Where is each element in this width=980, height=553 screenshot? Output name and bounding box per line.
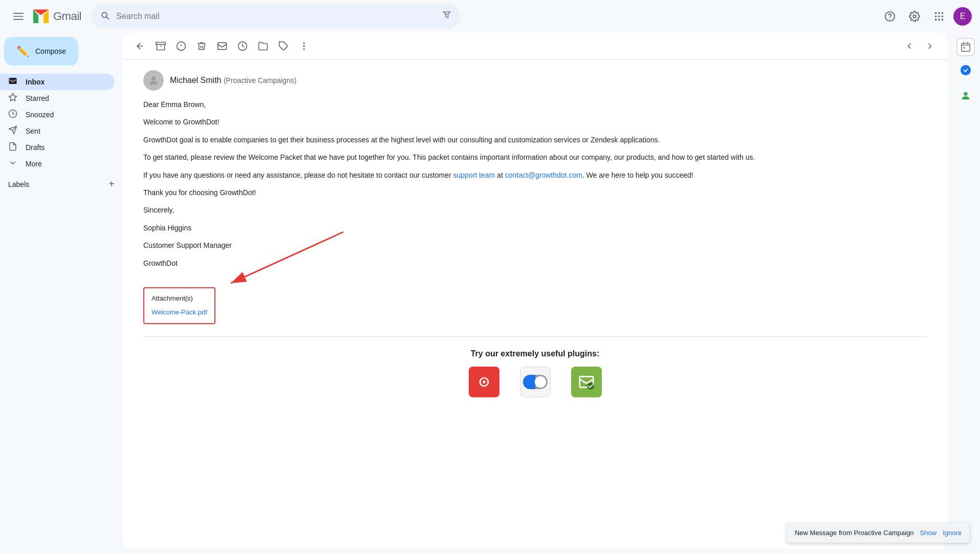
- more-label: More: [26, 160, 106, 168]
- support-team-link[interactable]: support team: [453, 171, 495, 179]
- sidebar-item-drafts[interactable]: Drafts: [0, 139, 115, 156]
- body-para3: To get started, please review the Welcom…: [143, 152, 927, 163]
- snoozed-label: Snoozed: [26, 111, 106, 119]
- search-bar[interactable]: [92, 4, 460, 29]
- top-right-actions: E: [880, 6, 972, 27]
- plugins-grid: [143, 367, 927, 397]
- svg-point-28: [483, 380, 485, 383]
- inbox-icon: [8, 76, 17, 88]
- email-content: Michael Smith (Proactive Campaigns) Dear…: [123, 60, 947, 549]
- svg-point-23: [303, 48, 304, 50]
- signature-title: Customer Support Manager: [143, 240, 927, 251]
- svg-point-21: [303, 42, 304, 44]
- body-para4-prefix: If you have any questions or need any as…: [143, 171, 453, 179]
- body-para4: If you have any questions or need any as…: [143, 169, 927, 181]
- notification-show-link[interactable]: Show: [920, 529, 937, 537]
- more-chevron-icon: [8, 158, 17, 170]
- email-header: Michael Smith (Proactive Campaigns): [143, 70, 927, 91]
- svg-point-7: [942, 12, 944, 14]
- attachment-link[interactable]: Welcome-Pack.pdf: [151, 308, 207, 316]
- labels-section: Labels +: [0, 172, 123, 192]
- app-title: Gmail: [53, 10, 81, 23]
- contacts-icon: [960, 90, 971, 103]
- sender-avatar: [143, 70, 164, 91]
- sidebar-item-starred[interactable]: Starred: [0, 90, 115, 107]
- sender-org: (Proactive Campaigns): [224, 76, 296, 84]
- prev-email-button[interactable]: [900, 37, 919, 55]
- toggle-switch-icon: [523, 375, 548, 389]
- filter-icon[interactable]: [442, 10, 452, 23]
- svg-point-31: [535, 376, 546, 388]
- svg-point-10: [942, 15, 944, 17]
- attachment-label: Attachment(s): [151, 293, 207, 304]
- body-para2: GrowthDot goal is to enable companies to…: [143, 134, 927, 145]
- sincerely: Sincerely,: [143, 204, 927, 216]
- hamburger-menu[interactable]: [8, 6, 29, 27]
- plugins-section: Try our extremely useful plugins:: [143, 349, 927, 408]
- apps-button[interactable]: [929, 6, 949, 27]
- plugin-icon-1[interactable]: [469, 367, 499, 397]
- contacts-widget-button[interactable]: [955, 86, 976, 107]
- settings-button[interactable]: [904, 6, 925, 27]
- sidebar-item-more[interactable]: More: [0, 156, 115, 172]
- notification-text: New Message from Proactive Campaign: [795, 529, 914, 537]
- search-icon: [100, 10, 110, 23]
- snoozed-icon: [8, 109, 17, 121]
- gmail-logo-icon: [31, 6, 51, 27]
- top-bar: Gmail E: [0, 0, 980, 33]
- mark-unread-button[interactable]: [213, 37, 231, 55]
- svg-rect-2: [13, 19, 24, 20]
- plugins-title: Try our extremely useful plugins:: [143, 349, 927, 358]
- notification-banner: New Message from Proactive Campaign Show…: [787, 523, 970, 543]
- side-widgets: ＋: [951, 33, 980, 553]
- svg-point-5: [935, 12, 937, 14]
- attachment-area: Attachment(s) Welcome-Pack.pdf: [143, 283, 215, 324]
- drafts-icon: [8, 142, 17, 154]
- contact-email-link[interactable]: contact@growthdot.com: [505, 171, 582, 179]
- plugin-icon-3[interactable]: [571, 367, 602, 397]
- email-panel: Michael Smith (Proactive Campaigns) Dear…: [123, 33, 947, 549]
- body-para4-suffix: . We are here to help you succeed!: [582, 171, 693, 179]
- search-input[interactable]: [116, 12, 438, 21]
- tasks-widget-button[interactable]: [955, 61, 976, 82]
- svg-point-9: [938, 15, 940, 17]
- sidebar-item-inbox[interactable]: Inbox: [0, 74, 115, 90]
- sender-name: Michael Smith: [170, 76, 221, 84]
- sender-info: Michael Smith (Proactive Campaigns): [170, 76, 296, 85]
- signature-name: Sophia Higgins: [143, 222, 927, 233]
- svg-rect-1: [13, 16, 24, 17]
- archive-button[interactable]: [151, 37, 170, 55]
- email-divider: [143, 336, 927, 337]
- move-to-button[interactable]: [254, 37, 272, 55]
- tasks-icon: [960, 65, 971, 79]
- starred-label: Starred: [26, 94, 106, 102]
- delete-button[interactable]: [192, 37, 211, 55]
- help-button[interactable]: [880, 6, 900, 27]
- drafts-label: Drafts: [26, 143, 106, 152]
- back-button[interactable]: [131, 37, 149, 55]
- plugin-icon-2[interactable]: [520, 367, 551, 397]
- report-spam-button[interactable]: [172, 37, 190, 55]
- compose-button[interactable]: ✏️ Compose: [4, 37, 78, 66]
- user-avatar[interactable]: E: [953, 7, 972, 26]
- sidebar-item-snoozed[interactable]: Snoozed: [0, 107, 115, 123]
- svg-rect-33: [962, 44, 970, 52]
- snooze-button[interactable]: [233, 37, 252, 55]
- sidebar-item-sent[interactable]: Sent: [0, 123, 115, 139]
- more-options-button[interactable]: [295, 37, 313, 55]
- next-email-button[interactable]: [921, 37, 939, 55]
- inbox-label: Inbox: [26, 78, 106, 86]
- email-navigation: [900, 37, 939, 55]
- attachment-box: Attachment(s) Welcome-Pack.pdf: [143, 287, 215, 324]
- label-button[interactable]: [274, 37, 293, 55]
- svg-point-13: [942, 19, 944, 21]
- calendar-widget-button[interactable]: [955, 37, 976, 57]
- sidebar: ✏️ Compose Inbox Starred Snoozed S: [0, 33, 123, 553]
- svg-point-22: [303, 45, 304, 47]
- svg-rect-0: [13, 13, 24, 14]
- add-label-button[interactable]: +: [108, 178, 115, 190]
- main-layout: ✏️ Compose Inbox Starred Snoozed S: [0, 33, 980, 553]
- greeting: Dear Emma Brown,: [143, 99, 927, 110]
- labels-title: Labels: [8, 180, 29, 188]
- notification-ignore-link[interactable]: Ignore: [943, 529, 962, 537]
